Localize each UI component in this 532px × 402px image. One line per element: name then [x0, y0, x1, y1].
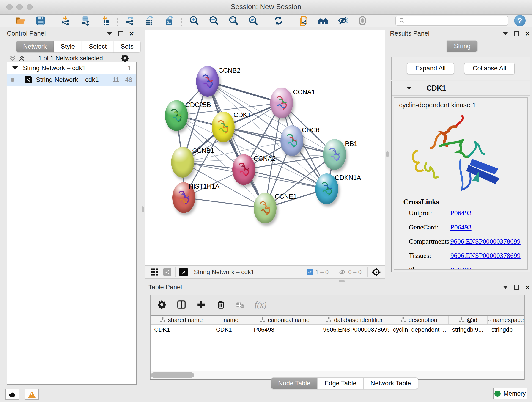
column-header-shared-name[interactable]: shared name: [151, 316, 212, 324]
hide-selected-eye-icon[interactable]: [337, 15, 348, 26]
tab-network-table[interactable]: Network Table: [363, 377, 418, 389]
close-panel-icon[interactable]: ×: [525, 285, 530, 289]
show-hidden-eye-icon[interactable]: [357, 15, 368, 26]
export-network-icon[interactable]: [125, 15, 135, 26]
search-field[interactable]: [395, 16, 508, 26]
node-label-CCNB1: CCNB1: [192, 147, 214, 154]
network-node-CCNE1[interactable]: [254, 193, 277, 223]
column-header--id[interactable]: @id: [449, 316, 488, 324]
search-input[interactable]: [405, 17, 503, 25]
float-panel-icon[interactable]: [514, 31, 519, 36]
cell-name[interactable]: CDK1: [212, 325, 250, 335]
duplicate-network-icon[interactable]: [298, 15, 309, 26]
add-column-icon[interactable]: [196, 300, 206, 309]
import-table-icon[interactable]: [100, 15, 110, 26]
tab-style[interactable]: Style: [54, 41, 82, 52]
import-network-icon[interactable]: [60, 15, 71, 26]
memory-button[interactable]: Memory: [493, 388, 527, 399]
tab-string[interactable]: String: [447, 40, 478, 52]
selected-nodes-checkbox[interactable]: [307, 269, 313, 275]
warning-status-button[interactable]: [25, 389, 39, 400]
panel-menu-icon[interactable]: [503, 286, 508, 289]
crosslink-link[interactable]: 9606.ENSP00000378699: [450, 237, 520, 245]
network-node-CDC6[interactable]: [280, 125, 303, 156]
tab-select[interactable]: Select: [82, 41, 114, 52]
crosslink-link[interactable]: P06493: [450, 223, 472, 231]
panel-menu-icon[interactable]: [503, 32, 508, 35]
houses-icon[interactable]: [318, 15, 328, 26]
zoom-window-icon[interactable]: [27, 4, 33, 10]
crosslink-link[interactable]: 9606.ENSP00000378699: [450, 252, 520, 259]
cell-description[interactable]: cyclin–dependent ...: [389, 325, 449, 335]
minimize-window-icon[interactable]: [17, 4, 23, 10]
crosslink-link[interactable]: P06493: [450, 266, 472, 269]
save-session-icon[interactable]: [35, 15, 46, 26]
grid-view-icon[interactable]: [150, 268, 158, 276]
network-tree-root-row[interactable]: String Network – cdk1 1: [7, 62, 136, 74]
column-header-canonical-name[interactable]: canonical name: [250, 316, 320, 324]
network-canvas[interactable]: CCNB2CCNA1CDC25BCDK1CDC6RB1CCNB1CCNA2CDK…: [145, 30, 385, 265]
zoom-out-icon[interactable]: [209, 15, 219, 26]
left-splitter-handle[interactable]: [142, 206, 144, 212]
right-splitter-handle[interactable]: [386, 151, 389, 157]
cell-database-identifier[interactable]: 9606.ENSP00000378699: [319, 325, 389, 335]
network-node-CCNA1[interactable]: [270, 88, 293, 118]
cell-namespace[interactable]: stringdb: [488, 325, 524, 335]
float-panel-icon[interactable]: [514, 285, 519, 290]
network-node-CCNB1[interactable]: [171, 147, 194, 178]
cloud-status-button[interactable]: [5, 389, 19, 400]
refresh-icon[interactable]: [273, 15, 284, 26]
expand-all-icon[interactable]: [18, 55, 26, 62]
network-node-CCNA2[interactable]: [232, 154, 255, 185]
open-file-icon[interactable]: [16, 15, 26, 26]
float-panel-icon[interactable]: [118, 31, 123, 36]
show-columns-icon[interactable]: [177, 300, 186, 309]
tab-node-table[interactable]: Node Table: [271, 377, 317, 389]
network-node-CCNB2[interactable]: [196, 66, 219, 97]
scrollbar-thumb[interactable]: [151, 372, 194, 378]
window-titlebar: Session: New Session: [0, 0, 532, 15]
column-label: @id: [467, 317, 477, 324]
memory-status-dot: [494, 390, 500, 397]
network-node-CDC25B[interactable]: [165, 100, 188, 131]
close-window-icon[interactable]: [6, 4, 13, 10]
export-image-icon[interactable]: [164, 15, 175, 26]
close-panel-icon[interactable]: ×: [525, 31, 530, 36]
tab-edge-table[interactable]: Edge Table: [317, 377, 364, 389]
cell-shared-name[interactable]: CDK1: [151, 325, 212, 335]
crosslink-link[interactable]: P06493: [450, 209, 472, 217]
birdseye-crosshair-icon[interactable]: [372, 268, 381, 277]
tab-sets[interactable]: Sets: [114, 41, 141, 52]
close-panel-icon[interactable]: ×: [129, 31, 134, 36]
network-share-view-icon[interactable]: [163, 268, 171, 276]
detach-view-icon[interactable]: [179, 268, 188, 276]
tab-network[interactable]: Network: [16, 41, 54, 52]
zoom-in-icon[interactable]: [189, 15, 200, 26]
network-node-CDK1[interactable]: [212, 112, 234, 142]
collapse-all-icon[interactable]: [9, 55, 17, 62]
delete-column-trash-icon[interactable]: [216, 300, 226, 309]
table-gear-icon[interactable]: [157, 300, 167, 309]
panel-menu-icon[interactable]: [107, 32, 112, 35]
column-header-namespace[interactable]: namespace: [488, 316, 524, 324]
tree-expand-icon[interactable]: [12, 66, 18, 70]
expand-all-button[interactable]: Expand All: [407, 63, 454, 75]
network-tree-row-selected[interactable]: String Network – cdk1 11 48: [7, 74, 136, 86]
crosslink-label: GeneCard:: [409, 223, 438, 231]
bottom-splitter-handle[interactable]: [339, 280, 345, 282]
cell-canonical-name[interactable]: P06493: [250, 325, 319, 335]
network-node-RB1[interactable]: [323, 139, 346, 170]
zoom-fit-icon[interactable]: [228, 15, 239, 26]
column-header-name[interactable]: name: [212, 316, 250, 324]
column-header-database-identifier[interactable]: database identifier: [319, 316, 389, 324]
collapse-all-button[interactable]: Collapse All: [464, 63, 515, 75]
export-table-icon[interactable]: [144, 15, 155, 26]
section-collapse-icon[interactable]: [407, 87, 412, 89]
network-options-gear-icon[interactable]: [120, 54, 129, 63]
column-header-description[interactable]: description: [389, 316, 449, 324]
table-row[interactable]: CDK1CDK1P064939606.ENSP00000378699cyclin…: [151, 325, 524, 335]
zoom-selected-icon[interactable]: [248, 15, 259, 26]
import-network-from-database-icon[interactable]: [80, 15, 90, 26]
help-button[interactable]: ?: [514, 15, 526, 26]
cell--id[interactable]: stringdb:9...: [449, 325, 488, 335]
